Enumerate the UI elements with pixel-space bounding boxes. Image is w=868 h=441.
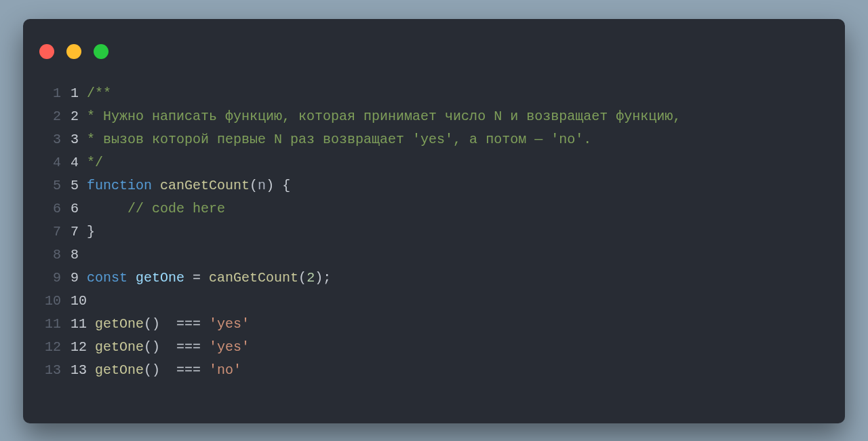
token-op: === [176,362,209,378]
token-fn: canGetCount [160,178,250,193]
code-line[interactable]: 1212 getOne() === 'yes' [23,339,845,362]
close-icon[interactable] [39,44,54,59]
code-content: 3 * вызов которой первые N раз возвращае… [71,132,591,147]
code-content: 12 getOne() === 'yes' [71,339,250,355]
line-number: 5 [23,178,71,193]
code-content: 11 getOne() === 'yes' [71,316,250,332]
code-line[interactable]: 11 /** [23,85,845,109]
line-number: 2 [23,109,71,124]
token-fn: getOne [95,316,144,332]
line-number: 13 [23,362,71,378]
line-number: 1 [23,85,71,101]
code-content: 1 /** [71,85,111,101]
code-line[interactable]: 1111 getOne() === 'yes' [23,316,845,339]
inline-line-number: 7 [71,224,79,239]
code-content: 5 function canGetCount(n) { [71,178,290,193]
code-content: 4 */ [71,155,103,170]
token-fn: getOne [95,339,144,355]
code-line[interactable]: 66 // code here [23,201,845,224]
token-num: 2 [307,270,315,286]
token-const: const [87,270,136,286]
token-str: 'yes' [209,316,250,332]
inline-line-number: 12 [71,339,87,355]
inline-line-number: 5 [71,178,79,193]
line-number: 11 [23,316,71,332]
token-pn: () [144,339,176,355]
code-content: 13 getOne() === 'no' [71,362,241,378]
token-op: === [176,316,209,332]
code-line[interactable]: 44 */ [23,155,845,178]
token-pn: } [87,224,95,239]
inline-line-number: 3 [71,132,79,147]
token-pn: ( [250,178,258,193]
code-content: 8 [71,247,87,263]
code-line[interactable]: 1313 getOne() === 'no' [23,362,845,385]
token-op: === [176,339,209,355]
zoom-icon[interactable] [94,44,108,59]
inline-line-number: 2 [71,109,79,124]
token-fn: canGetCount [209,270,298,286]
inline-line-number: 1 [71,85,79,101]
code-line[interactable]: 1010 [23,293,845,316]
line-number: 4 [23,155,71,170]
token-cmt: /** [87,85,111,101]
code-content: 6 // code here [71,201,225,216]
code-content: 10 [71,293,95,309]
inline-line-number: 10 [71,293,87,309]
token-pn: ( [298,270,307,286]
token-nm: n [258,178,266,193]
code-window: 11 /**22 * Нужно написать функцию, котор… [23,19,845,423]
code-area[interactable]: 11 /**22 * Нужно написать функцию, котор… [23,75,845,385]
token-fn: getOne [95,362,144,378]
token-pn: ) { [266,178,290,193]
code-line[interactable]: 88 [23,247,845,270]
code-content: 9 const getOne = canGetCount(2); [71,270,331,286]
token-pn [87,201,127,216]
code-line[interactable]: 22 * Нужно написать функцию, которая при… [23,109,845,132]
token-str: 'yes' [209,339,250,355]
inline-line-number: 9 [71,270,79,286]
token-op: = [184,270,209,286]
token-cmt: * Нужно написать функцию, которая приним… [87,109,681,124]
inline-line-number: 11 [71,316,87,332]
token-kw: function [87,178,160,193]
code-line[interactable]: 99 const getOne = canGetCount(2); [23,270,845,293]
token-cmt: */ [87,155,103,170]
line-number: 7 [23,224,71,239]
token-pn: () [144,362,176,378]
line-number: 9 [23,270,71,286]
inline-line-number: 6 [71,201,79,216]
code-line[interactable]: 55 function canGetCount(n) { [23,178,845,201]
inline-line-number: 8 [71,247,79,263]
code-content: 2 * Нужно написать функцию, которая прин… [71,109,681,124]
token-pn: () [144,316,176,332]
token-cmt: * вызов которой первые N раз возвращает … [87,132,591,147]
inline-line-number: 4 [71,155,79,170]
token-ident: getOne [136,270,184,286]
line-number: 3 [23,132,71,147]
line-number: 12 [23,339,71,355]
token-str: 'no' [209,362,241,378]
code-content: 7 } [71,224,95,239]
code-line[interactable]: 77 } [23,224,845,247]
line-number: 8 [23,247,71,263]
code-line[interactable]: 33 * вызов которой первые N раз возвраща… [23,132,845,155]
line-number: 10 [23,293,71,309]
titlebar [23,19,845,75]
token-pn: ); [315,270,331,286]
inline-line-number: 13 [71,362,87,378]
line-number: 6 [23,201,71,216]
minimize-icon[interactable] [66,44,81,59]
token-cmt: // code here [127,201,225,216]
